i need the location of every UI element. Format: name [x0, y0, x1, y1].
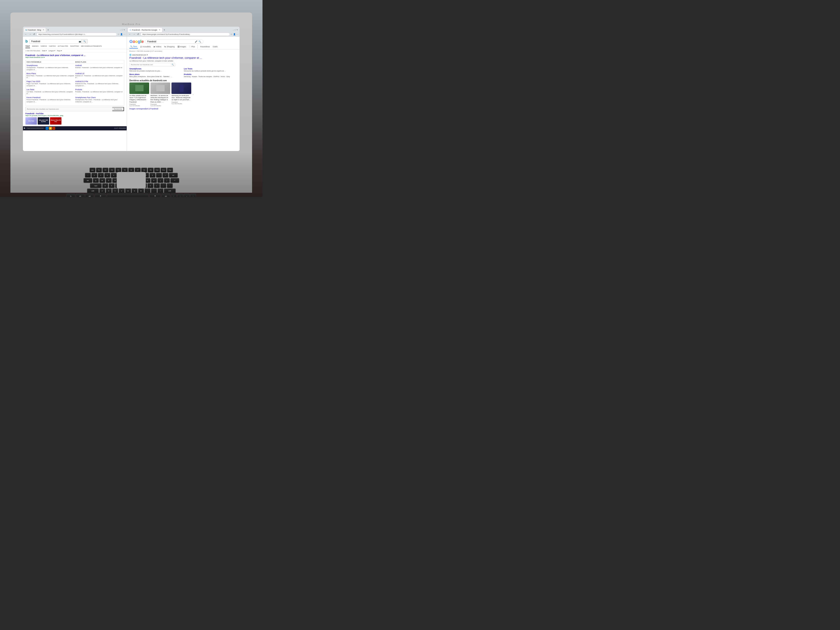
touchpad[interactable]	[117, 172, 146, 188]
bing-nav-cartes[interactable]: CARTES	[49, 45, 55, 48]
bing-star-icon[interactable]: ☆	[118, 33, 120, 35]
bing-search-input[interactable]	[30, 39, 78, 43]
bing-nav-actualites[interactable]: ACTUALITÉS	[58, 45, 68, 48]
bing-profile-icon[interactable]: 👤	[120, 33, 123, 35]
google-nav-outils[interactable]: Outils	[212, 45, 218, 49]
google-images-section[interactable]: Images correspondant à Frandroid	[129, 108, 237, 110]
key-v[interactable]: V	[119, 188, 125, 193]
google-nav-tous[interactable]: 🔍 Tous	[129, 45, 138, 49]
key-f10[interactable]: F10	[154, 168, 160, 172]
key-shift-r[interactable]: shift	[164, 188, 175, 193]
google-news-card-2[interactable]: WeShare : le service de véhicules électr…	[150, 82, 170, 107]
google-news-next-arrow[interactable]: ›	[193, 82, 194, 107]
bing-result-produits-title[interactable]: Produits	[75, 88, 123, 91]
google-profile-icon[interactable]: 👤	[233, 33, 235, 35]
key-backtick[interactable]: ~	[85, 173, 91, 177]
key-slash[interactable]: /	[158, 188, 163, 193]
bing-result-smartphones-pas-chers-title[interactable]: Smartphones Pas Chers	[75, 96, 123, 98]
google-mic-icon[interactable]: 🎤	[195, 40, 197, 43]
key-2[interactable]: 2	[98, 173, 104, 177]
key-right[interactable]: →	[190, 194, 196, 197]
bing-result-smartphones-title[interactable]: Smartphones	[27, 65, 74, 66]
google-search-frandroid-input[interactable]	[129, 63, 171, 66]
key-bracket-r[interactable]: ]	[164, 178, 170, 183]
google-news-card-1[interactable]: Un iMac pliable tout en verre ? Les ingé…	[129, 82, 149, 107]
key-x[interactable]: X	[106, 188, 112, 193]
key-equals[interactable]: =	[163, 173, 168, 177]
bing-url-bar[interactable]: https://www.bing.com/search?q=Frandroid&…	[36, 33, 117, 36]
key-f6[interactable]: F6	[128, 168, 134, 172]
key-k[interactable]: K	[147, 183, 153, 188]
bing-langue-filter[interactable]: Langue ▾	[48, 50, 55, 52]
key-n[interactable]: N	[132, 188, 137, 193]
bing-active-tab[interactable]: b Frandroid - Bing ✕	[24, 27, 46, 32]
google-nav-shopping[interactable]: 🛍 Shopping	[163, 45, 175, 49]
google-star-icon[interactable]: ☆	[231, 33, 232, 35]
google-nav-actualites[interactable]: 📰 Actualités	[139, 45, 152, 49]
bing-camera-icon[interactable]: 📷	[78, 40, 82, 43]
google-sitelink-tests-title[interactable]: Les Tests	[184, 68, 237, 70]
bing-result-forum-title[interactable]: Forum Frandroid	[27, 96, 74, 98]
key-4[interactable]: 4	[111, 173, 117, 177]
key-s[interactable]: S	[109, 183, 115, 188]
google-back-btn[interactable]: ←	[128, 33, 132, 36]
bing-yt-thumb-2[interactable]: GALAXY S20 ULTRA	[38, 117, 49, 125]
key-option[interactable]: opt	[85, 194, 94, 197]
bing-pays-filter[interactable]: Pays ▾	[57, 50, 62, 52]
bing-maximize-btn[interactable]: □	[122, 29, 123, 31]
key-left[interactable]: ←	[171, 194, 177, 197]
key-f12[interactable]: F12	[167, 168, 173, 172]
key-return[interactable]: ↵	[171, 178, 179, 183]
key-option-r[interactable]: opt	[161, 194, 170, 197]
bing-nav-enregistrements[interactable]: MES ENREGISTREMENTS	[81, 45, 102, 48]
google-search-frandroid-btn[interactable]: 🔍	[171, 63, 175, 66]
key-f11[interactable]: F11	[161, 168, 166, 172]
key-down[interactable]: ↓	[184, 194, 189, 197]
key-esc[interactable]: esc	[90, 168, 95, 172]
google-search-input[interactable]	[147, 40, 194, 43]
key-f2[interactable]: F2	[103, 168, 108, 172]
key-quote[interactable]: '	[167, 183, 173, 188]
bing-nav-shopping[interactable]: SHOPPING	[70, 45, 79, 48]
google-new-tab[interactable]: +	[163, 28, 166, 32]
bing-search-button[interactable]: 🔍	[82, 39, 87, 43]
key-semicolon[interactable]: ;	[160, 183, 166, 188]
google-news-card-3[interactable]: Samsung ne serait plus seul : Motorola i…	[172, 82, 191, 107]
key-c[interactable]: C	[112, 188, 118, 193]
key-m[interactable]: M	[138, 188, 144, 193]
key-space[interactable]	[107, 194, 148, 197]
key-cmd-r[interactable]: ⌘	[149, 194, 161, 197]
key-w[interactable]: W	[99, 178, 105, 183]
bing-tab-close[interactable]: ✕	[43, 29, 44, 31]
bing-result-android9-title[interactable]: Android 9.0 Pie	[75, 81, 123, 82]
windows-search-input[interactable]	[26, 127, 44, 129]
key-up[interactable]: ↑	[177, 194, 183, 197]
bing-refresh-btn[interactable]: ↺	[33, 33, 36, 36]
bing-yt-thumb-1[interactable]: A51 Test	[25, 117, 37, 125]
bing-menu-icon[interactable]: ⋯	[123, 33, 125, 35]
key-period[interactable]: .	[151, 188, 157, 193]
google-maximize-btn[interactable]: □	[235, 29, 235, 31]
bing-search-frandroid-input[interactable]	[25, 107, 112, 111]
key-e[interactable]: E	[106, 178, 112, 183]
taskbar-edge-icon[interactable]: e	[46, 127, 49, 130]
key-delete[interactable]: del	[169, 173, 178, 177]
bing-yt-title[interactable]: Frandroid - YouTube	[25, 112, 124, 115]
google-menu-icon[interactable]: ⋯	[236, 33, 238, 35]
key-fn[interactable]: fn	[66, 194, 75, 197]
key-f5[interactable]: F5	[122, 168, 128, 172]
bing-yt-thumb-3[interactable]: Honor View 30 Pro	[50, 117, 62, 125]
bing-nav-images[interactable]: IMAGES	[32, 45, 38, 48]
bing-main-title[interactable]: Frandroid - La référence tech pour s'inf…	[25, 54, 124, 57]
key-cmd-l[interactable]: ⌘	[95, 194, 106, 197]
key-f4[interactable]: F4	[115, 168, 121, 172]
google-nav-images[interactable]: 🖼 Images	[177, 45, 187, 49]
google-close-btn[interactable]: ✕	[237, 29, 238, 31]
key-f9[interactable]: F9	[148, 168, 153, 172]
bing-result-page2-title[interactable]: Page 2 sur 5025	[27, 81, 74, 82]
key-comma[interactable]: ,	[145, 188, 150, 193]
bing-nav-videos[interactable]: VIDÉOS	[41, 45, 47, 48]
key-3[interactable]: 3	[104, 173, 110, 177]
key-a[interactable]: A	[102, 183, 108, 188]
windows-start-btn[interactable]: ⊞	[24, 127, 25, 129]
